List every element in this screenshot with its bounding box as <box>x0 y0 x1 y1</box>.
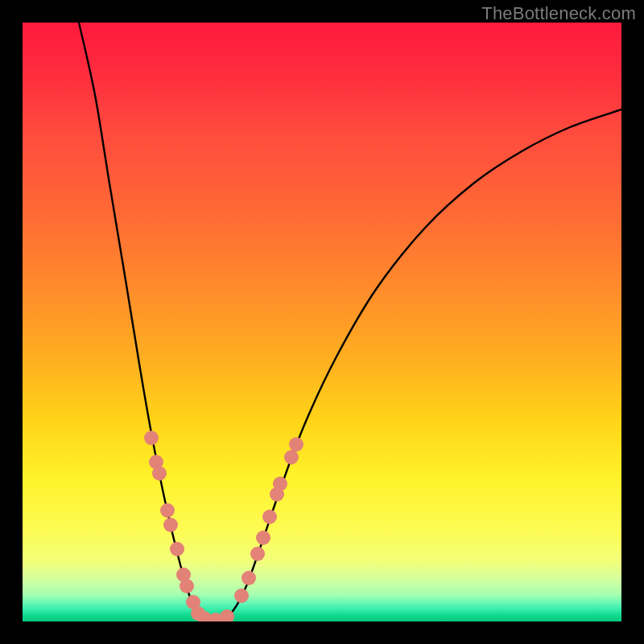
scatter-dot <box>262 510 277 524</box>
plot-area <box>23 23 621 621</box>
scatter-dot <box>234 588 249 603</box>
scatter-dot <box>180 579 194 593</box>
scatter-dot <box>284 450 299 464</box>
scatter-dot <box>256 530 270 545</box>
scatter-dot <box>152 466 167 481</box>
chart-frame: TheBottleneck.com <box>0 0 644 644</box>
scatter-dot <box>160 503 175 518</box>
chart-svg <box>23 23 621 621</box>
scatter-dot <box>273 477 287 491</box>
scatter-dot <box>170 542 184 556</box>
scatter-dot <box>242 571 256 585</box>
scatter-dot <box>144 431 159 445</box>
v-curve-line <box>79 23 621 621</box>
watermark-text: TheBottleneck.com <box>481 3 636 24</box>
scatter-dot <box>163 518 178 532</box>
scatter-dot <box>250 547 265 561</box>
scatter-dot <box>289 437 303 452</box>
scatter-dots <box>144 431 303 621</box>
